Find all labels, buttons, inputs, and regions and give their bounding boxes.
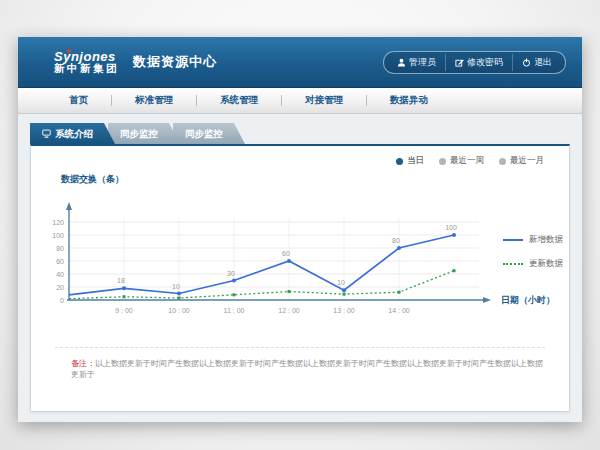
power-icon: [522, 58, 531, 67]
period-filter-1[interactable]: 最近一周: [439, 155, 484, 167]
radio-dot-icon: [396, 158, 403, 165]
y-tick-label: 100: [52, 232, 64, 239]
footnote-label: 备注：: [71, 359, 95, 368]
page-title: 数据资源中心: [133, 53, 217, 71]
radio-dot-icon: [439, 158, 446, 165]
period-filter-2[interactable]: 最近一月: [499, 155, 544, 167]
line-chart-svg: 0204060801001209 : 0010 : 0011 : 0012 : …: [39, 188, 509, 333]
change-password-button[interactable]: 修改密码: [445, 54, 512, 71]
footnote-text: 以上数据更新于时间产生数据以上数据更新于时间产生数据以上数据更新于时间产生数据以…: [71, 359, 543, 379]
legend-series-label: 更新数据: [529, 258, 563, 270]
y-tick-label: 80: [56, 245, 64, 252]
edit-icon: [455, 58, 464, 67]
nav-item-3[interactable]: 对接管理: [282, 94, 366, 107]
tab-label: 同步监控: [120, 123, 158, 144]
data-point: [123, 295, 126, 298]
period-filter-group: 当日最近一周最近一月: [396, 155, 544, 167]
x-tick-label: 11 : 00: [224, 307, 245, 314]
line-chart: 0204060801001209 : 0010 : 0011 : 0012 : …: [39, 188, 509, 333]
period-filter-label: 当日: [407, 155, 424, 167]
data-point: [177, 292, 181, 296]
change-password-label: 修改密码: [467, 56, 503, 69]
legend-item-1: 更新数据: [503, 258, 563, 270]
content-area: 系统介绍同步监控同步监控 当日最近一周最近一月 数据交换（条） 02040608…: [18, 114, 582, 422]
x-tick-label: 9 : 00: [115, 307, 133, 314]
data-point-label: 100: [445, 224, 457, 231]
nav-item-0[interactable]: 首页: [46, 94, 111, 107]
data-point: [342, 288, 346, 292]
app-window: Synjones 新中新集团 数据资源中心 管理员 修改密码: [18, 37, 582, 422]
x-axis-title: 日期（小时）: [501, 294, 555, 307]
tab-1[interactable]: 同步监控: [108, 123, 180, 144]
data-point-label: 10: [172, 283, 180, 290]
x-axis-arrow-icon: [483, 297, 491, 303]
user-name-label: 管理员: [409, 56, 436, 69]
data-point-label: 60: [282, 250, 290, 257]
dashed-separator: [55, 347, 545, 348]
data-point-label: 18: [117, 277, 125, 284]
chart-legend: 新增数据更新数据: [503, 234, 563, 270]
y-tick-label: 60: [56, 258, 64, 265]
data-point: [178, 297, 181, 300]
tab-label: 同步监控: [185, 123, 223, 144]
data-point: [343, 293, 346, 296]
data-point-label: 80: [392, 237, 400, 244]
tab-label: 系统介绍: [55, 123, 93, 144]
data-point: [453, 269, 456, 272]
x-tick-label: 13 : 00: [333, 307, 355, 314]
brand-logo-text: Synjones: [54, 50, 119, 64]
data-point: [288, 290, 291, 293]
monitor-icon: [42, 129, 51, 138]
radio-dot-icon: [499, 158, 506, 165]
user-toolbar: 管理员 修改密码 退出: [383, 51, 566, 74]
data-point: [452, 233, 456, 237]
y-tick-label: 0: [60, 297, 64, 304]
user-menu[interactable]: 管理员: [388, 54, 445, 71]
data-point: [398, 291, 401, 294]
tab-bar: 系统介绍同步监控同步监控: [30, 123, 238, 144]
y-tick-label: 20: [56, 284, 64, 291]
nav-item-4[interactable]: 数据异动: [367, 94, 451, 107]
x-tick-label: 12 : 00: [278, 307, 300, 314]
data-point: [397, 246, 401, 250]
y-tick-label: 40: [56, 271, 64, 278]
data-point: [233, 293, 236, 296]
y-axis-title: 数据交换（条）: [61, 173, 124, 186]
x-tick-label: 10 : 00: [168, 307, 190, 314]
brand-accent-dot-icon: [67, 49, 71, 53]
y-axis-arrow-icon: [66, 202, 72, 210]
data-point: [122, 286, 126, 290]
legend-line-sample: [503, 263, 523, 265]
main-nav: 首页标准管理系统管理对接管理数据异动: [18, 88, 582, 114]
period-filter-label: 最近一周: [450, 155, 484, 167]
data-point-label: 30: [227, 270, 235, 277]
x-tick-label: 14 : 00: [388, 307, 410, 314]
data-point: [232, 279, 236, 283]
brand-logo: Synjones 新中新集团: [54, 50, 119, 75]
nav-item-2[interactable]: 系统管理: [197, 94, 281, 107]
data-point-label: 10: [337, 279, 345, 286]
chart-panel: 当日最近一周最近一月 数据交换（条） 0204060801001209 : 00…: [30, 144, 570, 412]
legend-item-0: 新增数据: [503, 234, 563, 246]
footnote: 备注：以上数据更新于时间产生数据以上数据更新于时间产生数据以上数据更新于时间产生…: [71, 358, 549, 380]
logout-button[interactable]: 退出: [512, 54, 561, 71]
period-filter-0[interactable]: 当日: [396, 155, 424, 167]
series-line-1: [69, 271, 454, 299]
tab-0[interactable]: 系统介绍: [30, 123, 115, 144]
period-filter-label: 最近一月: [510, 155, 544, 167]
data-point: [287, 259, 291, 263]
user-icon: [397, 58, 406, 67]
brand-logo-subtext: 新中新集团: [54, 63, 119, 74]
y-tick-label: 120: [52, 219, 64, 226]
legend-series-label: 新增数据: [529, 234, 563, 246]
nav-item-1[interactable]: 标准管理: [112, 94, 196, 107]
tab-2[interactable]: 同步监控: [173, 123, 245, 144]
app-header: Synjones 新中新集团 数据资源中心 管理员 修改密码: [18, 37, 582, 88]
logout-label: 退出: [534, 56, 552, 69]
legend-line-sample: [503, 239, 523, 241]
